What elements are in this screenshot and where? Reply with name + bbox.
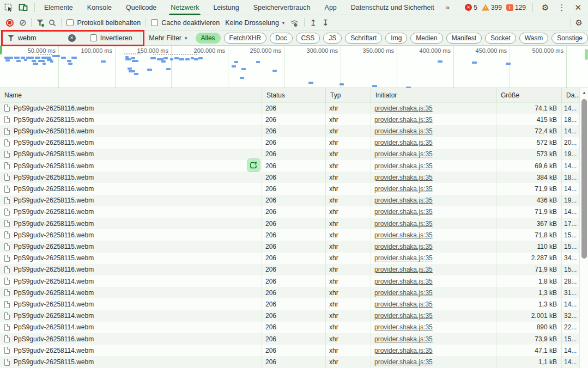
table-row[interactable]: PpS9gudv-26258116.webm206xhrprovider.sha…: [0, 102, 579, 114]
warning-badge[interactable]: ! 399: [482, 4, 502, 11]
scroll-up-arrow-icon[interactable]: ▲: [580, 90, 588, 95]
column-header-da[interactable]: Da...: [562, 88, 579, 102]
filter-chip-socket[interactable]: Socket: [485, 33, 516, 44]
tab-konsole[interactable]: Konsole: [80, 0, 119, 15]
table-row[interactable]: PpS9gudv-26258114.webm206xhrprovider.sha…: [0, 322, 579, 333]
scrollbar-thumb[interactable]: [581, 99, 587, 259]
initiator-link[interactable]: provider.shaka.js:35: [374, 162, 433, 170]
filter-toggle-icon[interactable]: [37, 20, 43, 26]
initiator-link[interactable]: provider.shaka.js:35: [374, 358, 433, 366]
column-header-status[interactable]: Status: [262, 88, 326, 102]
device-toolbar-icon[interactable]: [19, 3, 28, 11]
initiator-link[interactable]: provider.shaka.js:35: [374, 208, 433, 216]
initiator-link[interactable]: provider.shaka.js:35: [374, 335, 433, 343]
filter-chip-schriftart[interactable]: Schriftart: [345, 33, 382, 44]
checkbox[interactable]: [66, 19, 74, 26]
network-settings-gear-icon[interactable]: ⚙: [573, 18, 585, 28]
initiator-link[interactable]: provider.shaka.js:35: [374, 150, 433, 158]
tab-speicherverbrauch[interactable]: Speicherverbrauch: [246, 0, 318, 15]
import-har-icon[interactable]: ↧: [322, 18, 329, 28]
table-row[interactable]: PpS9gudv-26258115.webm206xhrprovider.sha…: [0, 171, 579, 183]
table-row[interactable]: PpS9gudv-26258116.webm206xhrprovider.sha…: [0, 160, 579, 171]
overview-handle-left[interactable]: [0, 46, 2, 54]
filter-chip-sonstige[interactable]: Sonstige: [551, 33, 588, 44]
filter-chip-img[interactable]: Img: [385, 33, 407, 44]
table-row[interactable]: PpS9gudv-26258114.webm206xhrprovider.sha…: [0, 287, 579, 298]
more-filters-dropdown[interactable]: Mehr Filter ▾: [149, 34, 187, 42]
clear-filter-icon[interactable]: ✕: [68, 34, 76, 42]
issues-badge[interactable]: ! 129: [506, 4, 526, 11]
initiator-link[interactable]: provider.shaka.js:35: [374, 243, 433, 250]
initiator-link[interactable]: provider.shaka.js:35: [374, 220, 433, 228]
clear-network-log-icon[interactable]: ⊘: [19, 19, 26, 27]
preserve-log-checkbox[interactable]: Protokoll beibehalten: [66, 19, 141, 27]
column-header-name[interactable]: Name: [0, 88, 262, 102]
kebab-menu-icon[interactable]: ⋮: [555, 3, 568, 13]
filter-chip-doc[interactable]: Doc: [270, 33, 292, 44]
initiator-link[interactable]: provider.shaka.js:35: [374, 278, 433, 285]
column-header-initiator[interactable]: Initiator: [371, 88, 496, 102]
more-tabs-button[interactable]: »: [441, 3, 454, 11]
filter-chip-alles[interactable]: Alles: [196, 33, 221, 44]
tab-leistung[interactable]: Leistung: [206, 0, 246, 15]
tab-app[interactable]: App: [318, 0, 344, 15]
initiator-link[interactable]: provider.shaka.js:35: [374, 323, 433, 331]
table-row[interactable]: PpS9gudv-26258116.webm206xhrprovider.sha…: [0, 183, 579, 194]
initiator-link[interactable]: provider.shaka.js:35: [374, 174, 433, 181]
initiator-link[interactable]: provider.shaka.js:35: [374, 105, 433, 112]
filter-input[interactable]: webm ✕: [5, 33, 78, 44]
filter-chip-fetch-xhr[interactable]: Fetch/XHR: [224, 33, 267, 44]
filter-chip-medien[interactable]: Medien: [410, 33, 442, 44]
invert-checkbox[interactable]: Invertieren: [90, 34, 132, 42]
network-conditions-icon[interactable]: [290, 19, 299, 27]
filter-chip-wasm[interactable]: Wasm: [519, 33, 549, 44]
vertical-scrollbar[interactable]: ▲: [579, 88, 588, 368]
table-row[interactable]: PpS9gudv-26258115.webm206xhrprovider.sha…: [0, 356, 579, 367]
table-row[interactable]: PpS9gudv-26258114.webm206xhrprovider.sha…: [0, 310, 579, 322]
table-row[interactable]: PpS9gudv-26258115.webm206xhrprovider.sha…: [0, 241, 579, 252]
table-row[interactable]: PpS9gudv-26258115.webm206xhrprovider.sha…: [0, 114, 579, 125]
initiator-link[interactable]: provider.shaka.js:35: [374, 266, 433, 273]
table-row[interactable]: PpS9gudv-26258115.webm206xhrprovider.sha…: [0, 253, 579, 264]
table-row[interactable]: PpS9gudv-26258115.webm206xhrprovider.sha…: [0, 218, 579, 229]
filter-chip-manifest[interactable]: Manifest: [446, 33, 482, 44]
table-row[interactable]: PpS9gudv-26258115.webm206xhrprovider.sha…: [0, 149, 579, 160]
initiator-link[interactable]: provider.shaka.js:35: [374, 139, 433, 146]
table-row[interactable]: PpS9gudv-26258116.webm206xhrprovider.sha…: [0, 206, 579, 218]
initiator-link[interactable]: provider.shaka.js:35: [374, 347, 433, 354]
initiator-link[interactable]: provider.shaka.js:35: [374, 185, 433, 193]
tab-quellcode[interactable]: Quellcode: [119, 0, 163, 15]
filter-chip-css[interactable]: CSS: [296, 33, 320, 44]
network-overview-timeline[interactable]: 50.000 ms100.000 ms150.000 ms200.000 ms2…: [0, 46, 588, 88]
table-row[interactable]: PpS9gudv-26258116.webm206xhrprovider.sha…: [0, 264, 579, 275]
search-icon[interactable]: [49, 19, 56, 27]
table-row[interactable]: PpS9gudv-26258116.webm206xhrprovider.sha…: [0, 125, 579, 137]
table-row[interactable]: PpS9gudv-26258116.webm206xhrprovider.sha…: [0, 333, 579, 345]
tab-netzwerk[interactable]: Netzwerk: [163, 0, 206, 15]
initiator-link[interactable]: provider.shaka.js:35: [374, 231, 433, 239]
table-row[interactable]: PpS9gudv-26258114.webm206xhrprovider.sha…: [0, 345, 579, 356]
initiator-link[interactable]: provider.shaka.js:35: [374, 254, 433, 262]
tab-elemente[interactable]: Elemente: [37, 0, 80, 15]
settings-gear-icon[interactable]: ⚙: [539, 3, 551, 13]
column-header-typ[interactable]: Typ: [326, 88, 371, 102]
column-header-gr-e[interactable]: Größe: [496, 88, 562, 102]
checkbox[interactable]: [151, 19, 158, 26]
filter-chip-js[interactable]: JS: [323, 33, 342, 44]
initiator-link[interactable]: provider.shaka.js:35: [374, 116, 433, 124]
initiator-link[interactable]: provider.shaka.js:35: [374, 197, 433, 204]
requests-table-header[interactable]: NameStatusTypInitiatorGrößeDa...: [0, 88, 579, 102]
overview-handle-right[interactable]: [585, 49, 588, 60]
table-row[interactable]: PpS9gudv-26258114.webm206xhrprovider.sha…: [0, 298, 579, 310]
throttling-select[interactable]: Keine Drosselung ▾: [225, 19, 284, 27]
table-row[interactable]: PpS9gudv-26258115.webm206xhrprovider.sha…: [0, 137, 579, 149]
checkbox[interactable]: [90, 34, 97, 41]
initiator-link[interactable]: provider.shaka.js:35: [374, 300, 433, 308]
record-network-log-button[interactable]: [6, 19, 14, 27]
initiator-link[interactable]: provider.shaka.js:35: [374, 312, 433, 320]
table-row[interactable]: PpS9gudv-26258115.webm206xhrprovider.sha…: [0, 195, 579, 206]
table-row[interactable]: PpS9gudv-26258114.webm206xhrprovider.sha…: [0, 275, 579, 287]
table-row[interactable]: PpS9gudv-26258116.webm206xhrprovider.sha…: [0, 229, 579, 241]
export-har-icon[interactable]: ↥: [310, 18, 317, 28]
inspect-element-icon[interactable]: [4, 3, 13, 12]
